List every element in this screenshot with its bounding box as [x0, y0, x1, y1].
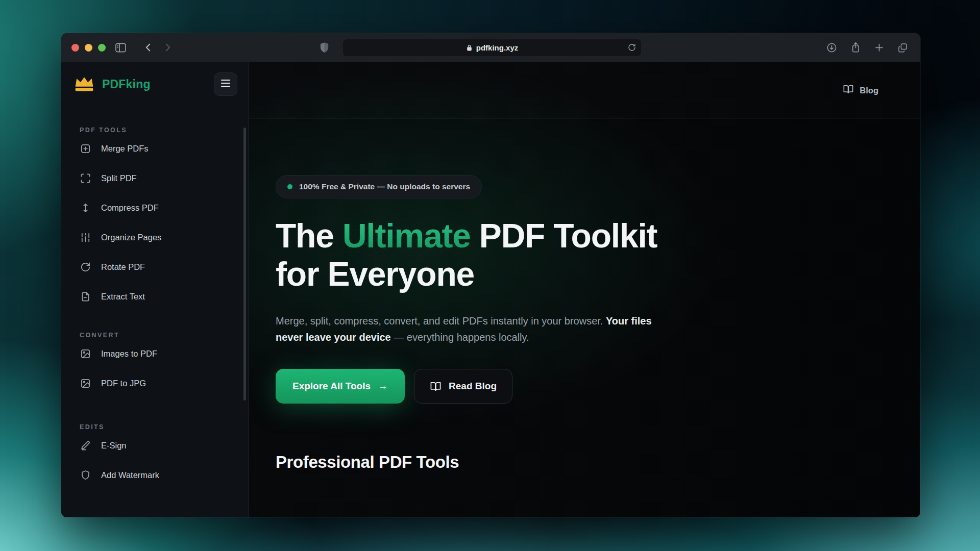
hero-title: The Ultimate PDF Toolkit for Everyone [276, 217, 684, 293]
explore-all-tools-label: Explore All Tools [292, 381, 371, 392]
sidebar-item-split-pdf[interactable]: Split PDF [80, 163, 235, 193]
browser-window: pdfking.xyz PDFking [61, 33, 920, 517]
close-button[interactable] [71, 44, 79, 52]
sidebar-item-rotate-pdf[interactable]: Rotate PDF [80, 252, 235, 282]
browser-toolbar: pdfking.xyz [61, 33, 920, 62]
sidebar-item-add-watermark[interactable]: Add Watermark [80, 460, 235, 490]
brand-logo[interactable]: PDFking [74, 74, 151, 95]
sidebar: PDFking PDF TOOLS Merge PDFs [61, 62, 249, 517]
tools-section-title: Professional PDF Tools [276, 453, 920, 472]
url-text: pdfking.xyz [476, 43, 519, 52]
hero-description-part1: Merge, split, compress, convert, and edi… [276, 315, 606, 327]
pen-icon [80, 440, 91, 452]
hero-title-prefix: The [276, 217, 342, 255]
zoom-button[interactable] [98, 44, 106, 52]
book-open-icon [843, 84, 854, 96]
sidebar-item-label: Split PDF [101, 173, 137, 183]
new-tab-icon[interactable] [874, 42, 885, 53]
sidebar-item-label: Merge PDFs [101, 144, 149, 154]
book-open-icon [430, 381, 442, 392]
sidebar-item-extract-text[interactable]: Extract Text [80, 282, 235, 311]
lock-icon [466, 44, 473, 52]
sidebar-item-label: Rotate PDF [101, 262, 145, 272]
sidebar-toggle-icon[interactable] [115, 42, 127, 53]
image-icon [80, 348, 91, 360]
main-content: Blog 100% Free & Private — No uploads to… [249, 62, 920, 517]
read-blog-button[interactable]: Read Blog [414, 369, 512, 404]
sidebar-item-label: Compress PDF [101, 203, 159, 213]
sidebar-item-label: Extract Text [101, 292, 145, 302]
blog-link-label: Blog [860, 86, 878, 95]
rotate-cw-icon [80, 261, 91, 273]
sidebar-item-merge-pdfs[interactable]: Merge PDFs [80, 134, 235, 163]
page-content: PDFking PDF TOOLS Merge PDFs [61, 62, 920, 517]
green-dot-icon [287, 184, 292, 189]
privacy-badge: 100% Free & Private — No uploads to serv… [276, 175, 482, 198]
hero-section: 100% Free & Private — No uploads to serv… [249, 119, 920, 472]
sidebar-item-label: E-Sign [101, 441, 127, 450]
tab-overview-icon[interactable] [897, 42, 908, 53]
sidebar-item-compress-pdf[interactable]: Compress PDF [80, 193, 235, 222]
blog-link[interactable]: Blog [843, 84, 878, 96]
image-icon [80, 378, 91, 389]
sidebar-item-pdf-to-jpg[interactable]: PDF to JPG [80, 368, 235, 398]
hero-title-highlight: Ultimate [342, 217, 471, 255]
split-crop-corners-icon [80, 172, 91, 184]
compress-vertical-arrows-icon [80, 202, 91, 214]
downloads-icon[interactable] [826, 42, 837, 53]
sidebar-item-organize-pages[interactable]: Organize Pages [80, 222, 235, 252]
explore-all-tools-button[interactable]: Explore All Tools → [276, 369, 405, 404]
sidebar-item-e-sign[interactable]: E-Sign [80, 431, 235, 460]
nav-section-label: PDF TOOLS [80, 127, 235, 134]
shield-icon [80, 469, 91, 481]
forward-button[interactable] [162, 42, 173, 53]
merge-square-plus-icon [80, 143, 91, 155]
hero-description: Merge, split, compress, convert, and edi… [276, 313, 661, 345]
read-blog-label: Read Blog [449, 381, 497, 392]
sidebar-nav: PDF TOOLS Merge PDFs Split PDF [61, 127, 249, 490]
sidebar-item-label: Add Watermark [101, 470, 159, 480]
share-icon[interactable] [850, 41, 861, 54]
sidebar-item-label: PDF to JPG [101, 379, 146, 388]
back-button[interactable] [143, 42, 154, 53]
cta-row: Explore All Tools → Read Blog [276, 369, 920, 404]
minimize-button[interactable] [85, 44, 92, 52]
sidebar-item-images-to-pdf[interactable]: Images to PDF [80, 339, 235, 368]
address-bar[interactable]: pdfking.xyz [343, 39, 641, 56]
organize-columns-icon [80, 232, 91, 243]
arrow-right-icon: → [378, 381, 388, 392]
hero-description-part2: — everything happens locally. [391, 332, 529, 343]
crown-icon [74, 74, 95, 95]
nav-section-label: CONVERT [80, 332, 235, 339]
privacy-badge-label: 100% Free & Private — No uploads to serv… [299, 182, 470, 191]
refresh-icon[interactable] [627, 43, 636, 52]
sidebar-logo-row: PDFking [61, 62, 249, 96]
privacy-shield-icon[interactable] [320, 42, 329, 54]
hamburger-icon [220, 79, 231, 89]
hamburger-menu-button[interactable] [214, 72, 237, 96]
nav-section-label: EDITS [80, 423, 235, 431]
sidebar-item-label: Images to PDF [101, 349, 157, 359]
brand-name: PDFking [102, 78, 151, 91]
sidebar-item-label: Organize Pages [101, 233, 161, 242]
site-header: Blog [249, 62, 920, 119]
sidebar-scrollbar[interactable] [243, 128, 246, 400]
file-text-icon [80, 291, 91, 303]
